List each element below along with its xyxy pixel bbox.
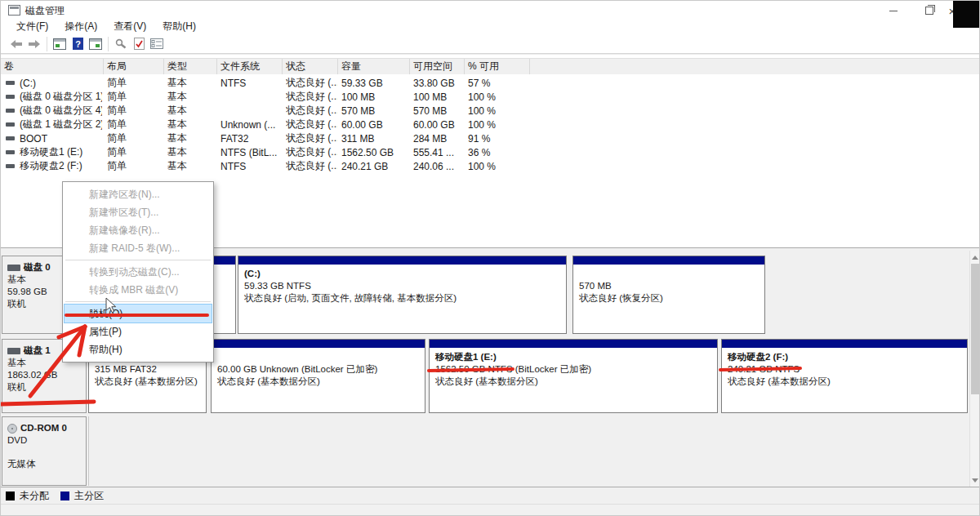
cell-filesystem [220, 90, 282, 104]
cell-status: 状态良好 (... [286, 104, 337, 118]
title-bar: 磁盘管理 × [1, 1, 980, 19]
cell-free: 555.41 ... [413, 145, 464, 159]
console-tree-icon[interactable] [51, 36, 69, 52]
primary-partition-bar [430, 340, 717, 349]
table-row[interactable]: 移动硬盘1 (E:) 简单 基本 NTFS (BitL... 状态良好 (...… [1, 145, 980, 159]
cell-volume: 移动硬盘2 (F:) [20, 159, 82, 173]
table-row[interactable]: (磁盘 0 磁盘分区 1) 简单 基本 状态良好 (... 100 MB 100… [1, 90, 980, 104]
table-row[interactable]: (C:) 简单 基本 NTFS 状态良好 (... 59.33 GB 33.80… [1, 76, 980, 90]
cell-volume: (C:) [20, 78, 36, 89]
help-icon[interactable]: ? [69, 36, 87, 52]
volume-icon [6, 150, 15, 154]
menu-item-convert-mbr[interactable]: 转换成 MBR 磁盘(V) [65, 281, 212, 299]
scroll-down-icon[interactable] [972, 478, 978, 483]
cell-layout: 简单 [107, 145, 163, 159]
minimize-button[interactable] [880, 1, 907, 20]
menu-action[interactable]: 操作(A) [57, 19, 105, 34]
divider [1, 54, 980, 55]
menu-item-offline[interactable]: 脱机(O) [65, 305, 212, 322]
forward-arrow-icon[interactable] [25, 36, 43, 52]
cell-layout: 简单 [107, 131, 163, 145]
cell-type: 基本 [167, 145, 216, 159]
table-row[interactable]: BOOT 简单 基本 FAT32 状态良好 (... 311 MB 284 MB… [1, 131, 980, 145]
disk-status: 联机 [7, 381, 81, 394]
menu-item-new-spanned-volume[interactable]: 新建跨区卷(N)... [65, 185, 212, 203]
partition-title: 移动硬盘2 (F:) [728, 351, 961, 363]
disk-size: 1863.02 GB [7, 369, 81, 381]
partition-f-drive[interactable]: 移动硬盘2 (F:) 240.21 GB NTFS 状态良好 (基本数据分区) [721, 339, 968, 413]
col-free-space[interactable]: 可用空间 [410, 59, 465, 74]
cell-pct: 100 % [468, 90, 528, 104]
table-row[interactable]: 移动硬盘2 (F:) 简单 基本 NTFS 状态良好 (... 240.21 G… [1, 159, 980, 173]
cell-free: 570 MB [413, 104, 464, 118]
menu-view[interactable]: 查看(V) [106, 19, 154, 34]
back-arrow-icon[interactable] [7, 36, 25, 52]
col-capacity[interactable]: 容量 [338, 59, 410, 74]
menu-item-new-mirrored-volume[interactable]: 新建镜像卷(R)... [65, 221, 212, 239]
table-row[interactable]: (磁盘 0 磁盘分区 4) 简单 基本 状态良好 (... 570 MB 570… [1, 104, 980, 118]
menu-item-new-raid5-volume[interactable]: 新建 RAID-5 卷(W)... [65, 239, 212, 257]
disk-name: 磁盘 1 [24, 345, 51, 357]
cell-layout: 简单 [107, 159, 163, 173]
toolbar: ? [1, 34, 980, 54]
partition-line: 状态良好 (基本数据分区) [217, 376, 419, 388]
cdrom-label[interactable]: CD-ROM 0 DVD 无媒体 [2, 416, 87, 486]
cdrom-empty-area [88, 416, 968, 486]
cell-pct: 100 % [468, 104, 528, 118]
primary-partition-bar [573, 256, 764, 266]
partition-title: (C:) [244, 268, 560, 280]
table-row[interactable]: (磁盘 1 磁盘分区 2) 简单 基本 Unknown (... 状态良好 (.… [1, 118, 980, 131]
menu-item-convert-dynamic[interactable]: 转换到动态磁盘(C)... [65, 263, 212, 281]
primary-partition-swatch [60, 492, 69, 500]
disk-context-menu: 新建跨区卷(N)... 新建带区卷(T)... 新建镜像卷(R)... 新建 R… [62, 181, 214, 363]
volume-icon [6, 109, 15, 113]
menu-bar: 文件(F) 操作(A) 查看(V) 帮助(H) [1, 19, 980, 34]
menu-item-help[interactable]: 帮助(H) [65, 340, 212, 358]
partition-line: 1562.50 GB NTFS (BitLocker 已加密) [435, 363, 711, 376]
menu-separator [65, 301, 211, 302]
cell-status: 状态良好 (... [286, 145, 337, 159]
col-volume[interactable]: 卷 [1, 59, 104, 74]
partition-line: 状态良好 (基本数据分区) [435, 376, 711, 388]
volume-icon [6, 81, 15, 85]
disk-icon [7, 265, 20, 271]
partition-title: 移动硬盘1 (E:) [435, 351, 711, 363]
partition-line: 315 MB FAT32 [95, 363, 200, 376]
volume-table-header: 卷 布局 类型 文件系统 状态 容量 可用空间 % 可用 [1, 58, 980, 76]
console-window-icon[interactable] [87, 36, 105, 52]
inspect-icon[interactable] [112, 36, 130, 52]
app-icon [8, 5, 20, 16]
scroll-up-icon[interactable] [972, 256, 978, 260]
col-pct-free[interactable]: % 可用 [465, 59, 530, 74]
col-status[interactable]: 状态 [283, 59, 338, 74]
vertical-scrollbar[interactable] [969, 251, 980, 487]
col-filesystem[interactable]: 文件系统 [217, 59, 283, 74]
menu-item-new-striped-volume[interactable]: 新建带区卷(T)... [65, 203, 212, 221]
menu-separator [65, 260, 211, 260]
col-layout[interactable]: 布局 [104, 59, 164, 74]
cdrom-icon [7, 424, 17, 434]
partition-line: 状态良好 (基本数据分区) [728, 376, 961, 388]
cell-volume: (磁盘 0 磁盘分区 4) [20, 104, 102, 118]
cell-free: 33.80 GB [413, 76, 464, 90]
partition-c-drive[interactable]: (C:) 59.33 GB NTFS 状态良好 (启动, 页面文件, 故障转储,… [238, 256, 567, 334]
menu-item-properties[interactable]: 属性(P) [65, 322, 212, 340]
partition-recovery[interactable]: 570 MB 状态良好 (恢复分区) [572, 256, 765, 334]
disk-icon [7, 348, 20, 354]
cell-capacity: 311 MB [341, 131, 409, 145]
menu-file[interactable]: 文件(F) [9, 19, 56, 34]
check-document-icon[interactable] [130, 36, 148, 52]
cell-free: 100 MB [413, 90, 464, 104]
partition-bitlocker-60gb[interactable]: 60.00 GB Unknown (BitLocker 已加密) 状态良好 (基… [211, 339, 425, 413]
disk-name: CD-ROM 0 [20, 422, 67, 434]
cell-free: 60.00 GB [413, 118, 464, 131]
scrollbar-thumb[interactable] [971, 264, 979, 394]
menu-help[interactable]: 帮助(H) [155, 19, 203, 34]
minimize-icon [889, 11, 898, 11]
col-type[interactable]: 类型 [164, 59, 217, 74]
volume-icon [6, 122, 15, 127]
properties-icon[interactable] [148, 36, 166, 52]
black-corner-patch [953, 1, 980, 28]
partition-e-drive[interactable]: 移动硬盘1 (E:) 1562.50 GB NTFS (BitLocker 已加… [429, 339, 718, 413]
legend-bar: 未分配 主分区 [1, 487, 980, 504]
